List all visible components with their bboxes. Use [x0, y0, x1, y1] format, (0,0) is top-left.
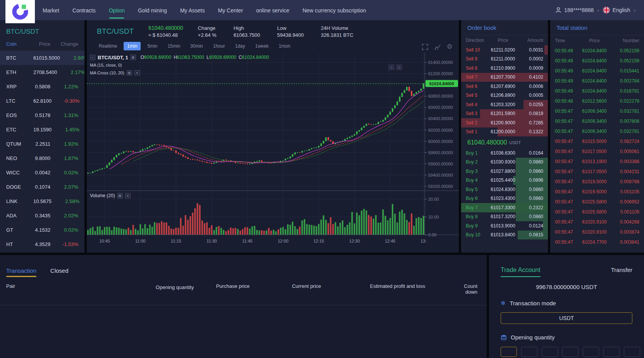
trade-number: 0.016791 — [610, 88, 639, 94]
orderbook-row-buy-9[interactable]: Buy 961013.90000.0124 — [461, 221, 548, 231]
positions-col-opening-quantity: Opening quantity — [153, 283, 196, 292]
collapse-legend-icon[interactable]: − — [90, 55, 95, 60]
watchlist-row-ht[interactable]: HT4.3529-1.53% — [0, 237, 84, 251]
ma-cross-gear-icon[interactable]: ⚙ — [127, 70, 132, 76]
trade-account-tab[interactable]: Trade Account — [501, 267, 541, 277]
svg-text:12:15: 12:15 — [313, 239, 324, 243]
orderbook-row-buy-6[interactable]: Buy 661023.43000.0860 — [461, 194, 548, 203]
candlestick-chart[interactable]: 61400.0000061200.0000060800.0000060600.0… — [87, 53, 459, 248]
nav-item-my-assets[interactable]: My Assets — [180, 1, 205, 19]
quantity-option-button[interactable] — [603, 347, 620, 357]
orderbook-row-sell-6[interactable]: Sell 661207.69000.0006 — [461, 82, 548, 91]
watchlist-row-gt[interactable]: GT4.15320.02% — [0, 223, 84, 237]
ohlc-value: 60928.69000 — [209, 55, 236, 60]
indicator-chart-icon[interactable] — [434, 44, 441, 50]
orderbook-row-sell-2[interactable]: Sell 261200.90000.7285 — [461, 118, 548, 127]
quantity-option-button[interactable] — [542, 347, 558, 357]
orderbook-row-sell-10[interactable]: Sell 1061211.02000.0031 — [461, 45, 548, 55]
fullscreen-icon[interactable] — [422, 44, 428, 50]
nav-item-option[interactable]: Option — [109, 1, 125, 19]
watchlist-row-doge[interactable]: DOGE0.10742.07% — [0, 180, 84, 194]
order-amount: 0.0860 — [516, 159, 543, 165]
scroll-vertical-icon[interactable]: ↕ — [396, 64, 402, 70]
watchlist-row-xrp[interactable]: XRP0.58081.22% — [0, 79, 84, 94]
interval-30min[interactable]: 30min — [187, 42, 207, 50]
interval-5min[interactable]: 5min — [144, 42, 161, 50]
orderbook-row-sell-3[interactable]: Sell 361201.59000.0819 — [461, 109, 548, 119]
orderbook-row-buy-4[interactable]: Buy 461025.44000.0896 — [461, 176, 548, 185]
watchlist-row-qtum[interactable]: QTUM2.25111.92% — [0, 137, 84, 151]
orderbook-row-buy-1[interactable]: Buy 161036.63000.0164 — [461, 148, 548, 158]
trade-price: 61017.0500 — [579, 169, 610, 174]
legend-gear-icon[interactable]: ⚙ — [131, 55, 136, 60]
tab-closed[interactable]: Closed — [50, 267, 69, 277]
chart-settings-gear-icon[interactable]: ⚙ — [447, 43, 453, 51]
order-price: 61201.5900 — [490, 111, 516, 116]
chart-body[interactable]: − BTC/USDT, 1 ⚙ O60928.69000H61063.75000… — [87, 53, 459, 248]
tab-transaction[interactable]: Transaction — [6, 267, 36, 277]
orderbook-row-buy-3[interactable]: Buy 361027.88000.0860 — [461, 167, 548, 176]
watchlist-row-ltc[interactable]: LTC62.8100-0.30% — [0, 94, 84, 108]
watchlist-row-etc[interactable]: ETC19.15901.45% — [0, 122, 84, 137]
interval-1day[interactable]: 1day — [231, 42, 248, 50]
watchlist-row-neo[interactable]: NEO9.80001.87% — [0, 151, 84, 165]
volume-close-icon[interactable]: × — [125, 193, 131, 198]
nav-item-gold-mining[interactable]: Gold mining — [138, 1, 167, 19]
orderbook-row-buy-10[interactable]: Buy 1061013.84000.0815 — [461, 231, 548, 240]
svg-text:60000.00000: 60000.00000 — [428, 139, 453, 144]
transfer-button[interactable]: Transfer — [611, 267, 632, 273]
brand-logo[interactable] — [5, 0, 35, 23]
trade-price: 61017.0500 — [579, 149, 610, 154]
orderbook-row-sell-1[interactable]: Sell 161200.00000.1322 — [461, 127, 548, 137]
trade-number: 0.001105 — [610, 189, 639, 194]
nav-menu: MarketContractsOptionGold miningMy Asset… — [43, 1, 366, 19]
coin-change: 1.87% — [53, 155, 78, 161]
language-selector[interactable]: English ‹ — [603, 7, 635, 14]
interval-1hour[interactable]: 1hour — [210, 42, 229, 50]
quantity-option-button[interactable] — [501, 347, 517, 357]
mode-usdt-button[interactable]: USDT — [501, 312, 632, 324]
quantity-option-button[interactable] — [521, 347, 537, 357]
nav-item-new-currency-subscription[interactable]: New currency subscription — [303, 1, 366, 19]
interval-1min[interactable]: 1min — [124, 42, 141, 50]
nav-item-market[interactable]: Market — [43, 1, 59, 19]
quantity-option-button[interactable] — [583, 347, 599, 357]
interval-1mon[interactable]: 1mon — [275, 42, 294, 50]
orderbook-row-sell-7[interactable]: Sell 761207.70000.4102 — [461, 73, 548, 82]
orderbook-row-sell-8[interactable]: Sell 861210.99000.0009 — [461, 64, 548, 73]
interval-15min[interactable]: 15min — [164, 42, 184, 50]
orderbook-row-sell-4[interactable]: Sell 461203.32000.0255 — [461, 100, 548, 109]
nav-item-contracts[interactable]: Contracts — [72, 1, 96, 19]
watchlist-row-eos[interactable]: EOS0.51781.31% — [0, 108, 84, 122]
watchlist-row-ada[interactable]: ADA0.34352.02% — [0, 208, 84, 223]
coin-change: 2.58% — [54, 198, 79, 204]
coin-change: 1.92% — [53, 141, 78, 147]
trade-tape-row: 00:55:4761009.34000.007806 — [550, 116, 644, 126]
coin-change: -0.30% — [54, 98, 79, 104]
ma-cross-close-icon[interactable]: × — [134, 70, 140, 76]
quantity-option-button[interactable] — [562, 347, 579, 357]
ohlc-value: 61063.75000 — [177, 55, 204, 60]
orderbook-row-buy-8[interactable]: Buy 861017.32000.0860 — [461, 212, 548, 222]
orderbook-row-buy-7[interactable]: Buy 761017.33000.2322 — [461, 203, 548, 212]
trade-price: 61024.7700 — [579, 239, 610, 245]
watchlist-row-link[interactable]: LINK10.56752.58% — [0, 194, 84, 208]
orderbook-row-sell-9[interactable]: Sell 961211.00000.0002 — [461, 55, 548, 64]
nav-item-my-center[interactable]: My Center — [218, 1, 243, 19]
nav-item-online-service[interactable]: online service — [256, 1, 289, 19]
interval-1week[interactable]: 1week — [252, 42, 272, 50]
orderbook-row-buy-2[interactable]: Buy 261030.93000.0860 — [461, 158, 548, 167]
user-account-menu[interactable]: 188****8888 ‹ — [555, 7, 599, 13]
coin-price: 0.5808 — [33, 84, 53, 90]
volume-gear-icon[interactable]: ⚙ — [117, 193, 123, 198]
orderbook-row-buy-5[interactable]: Buy 561024.83000.0860 — [461, 185, 548, 194]
scroll-down-icon[interactable]: ↓ — [388, 64, 394, 70]
interval-Realtime[interactable]: Realtime — [95, 42, 121, 50]
quantity-option-button[interactable] — [624, 347, 640, 357]
orderbook-row-sell-5[interactable]: Sell 561206.89000.0005 — [461, 91, 548, 100]
watchlist-row-wicc[interactable]: WICC0.00420.02% — [0, 165, 84, 180]
user-icon — [555, 7, 561, 13]
watchlist-row-btc[interactable]: BTC61015.50002.60% — [0, 51, 84, 65]
watchlist-row-eth[interactable]: ETH2708.54002.17% — [0, 65, 84, 79]
order-price: 61206.8900 — [490, 93, 516, 98]
